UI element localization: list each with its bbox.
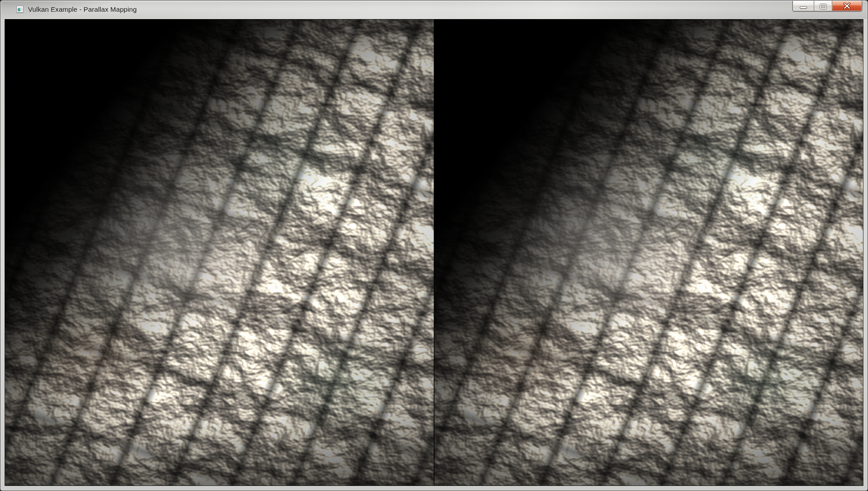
app-icon-titlebar-stripe [17, 6, 23, 8]
titlebar-row: Vulkan Example - Parallax Mapping [1, 3, 867, 15]
maximize-icon [820, 4, 826, 9]
window-controls [793, 1, 862, 11]
app-icon-line [21, 9, 23, 9]
minimize-button[interactable] [793, 1, 814, 11]
render-pane-right[interactable] [434, 19, 863, 486]
render-area [5, 19, 863, 486]
titlebar[interactable]: Vulkan Example - Parallax Mapping [1, 1, 867, 19]
minimize-icon [800, 6, 807, 9]
app-window: Vulkan Example - Parallax Mapping [0, 0, 868, 491]
stone-wall-texture [434, 19, 863, 486]
render-pane-left[interactable] [5, 19, 434, 486]
application-icon[interactable] [16, 5, 24, 13]
close-button[interactable] [832, 1, 862, 11]
maximize-button[interactable] [814, 1, 832, 11]
close-icon [843, 3, 851, 9]
stone-wall-texture [5, 19, 434, 486]
app-icon-line [21, 10, 23, 10]
window-title: Vulkan Example - Parallax Mapping [28, 5, 137, 13]
app-icon-teal-pane [18, 8, 20, 11]
